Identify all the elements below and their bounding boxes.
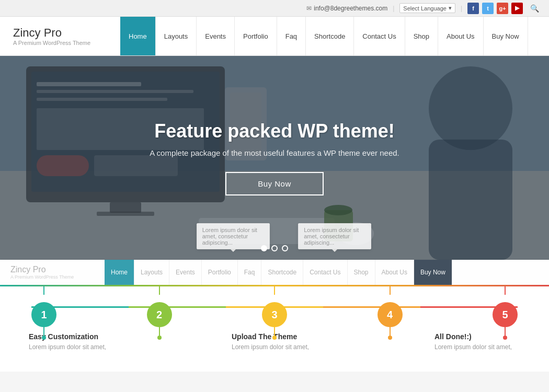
stem-down-4	[390, 327, 391, 336]
twitter-icon[interactable]: t	[482, 3, 494, 14]
node-circle-2: 2	[147, 302, 172, 327]
hero-section: Feature packed WP theme! A complete pack…	[0, 56, 549, 260]
node-circle-5: 5	[493, 302, 518, 327]
timeline-node-2: 2	[147, 286, 172, 340]
logo-area: Zincy Pro A Premium WordPress Theme	[0, 17, 120, 55]
tooltip-portfolio: Lorem ipsum dolor sit amet, consectetur …	[197, 223, 270, 249]
node-dot-2	[157, 336, 162, 340]
timeline-node-4: 4	[378, 286, 403, 340]
sticky-nav-contact[interactable]: Contact Us Lorem ipsum dolor sit amet, c…	[303, 260, 347, 285]
stem-up-2	[159, 286, 160, 295]
nav-item-shop[interactable]: Shop	[405, 17, 438, 55]
slider-dot-3[interactable]	[282, 245, 288, 251]
nav-item-about[interactable]: About Us	[438, 17, 483, 55]
stem-down-1	[43, 327, 44, 336]
timeline-section: 1 2 3 4	[0, 286, 549, 372]
hero-subtitle: A complete package of the most useful fe…	[150, 148, 399, 157]
sticky-logo-subtitle: A Premium WordPress Theme	[10, 274, 94, 280]
search-icon[interactable]: 🔍	[528, 4, 541, 13]
sticky-nav-home[interactable]: Home	[105, 260, 134, 285]
sticky-nav-area: Zincy Pro A Premium WordPress Theme Home…	[0, 260, 549, 285]
sticky-nav-portfolio[interactable]: Portfolio Lorem ipsum dolor sit amet, co…	[202, 260, 238, 285]
sticky-nav-shop[interactable]: Shop	[348, 260, 375, 285]
stem-up-3	[274, 286, 275, 295]
sticky-nav-buynow[interactable]: Buy Now	[414, 260, 452, 285]
lang-label: Select Language	[403, 5, 447, 11]
node-circle-3: 3	[262, 302, 287, 327]
email-text: info@8degreethemes.com	[314, 5, 387, 12]
sticky-nav-layouts[interactable]: Layouts	[134, 260, 169, 285]
feature-5-text: Lorem ipsum dolor sit amet,	[434, 343, 520, 351]
stem-down-5	[505, 327, 506, 336]
nav-item-events[interactable]: Events	[197, 17, 235, 55]
stem-up-1	[43, 286, 44, 295]
sticky-nav: Zincy Pro A Premium WordPress Theme Home…	[0, 260, 549, 285]
sticky-logo: Zincy Pro A Premium WordPress Theme	[0, 265, 105, 280]
node-dot-4	[388, 336, 392, 340]
separator: |	[393, 5, 394, 12]
slider-dot-2[interactable]	[271, 245, 278, 251]
stem-up-4	[390, 286, 391, 295]
main-nav: Home Layouts Events Portfolio Faq Shortc…	[120, 17, 528, 55]
node-dot-1	[42, 336, 46, 340]
sticky-nav-shortcode[interactable]: Shortcode	[261, 260, 303, 285]
node-circle-1: 1	[31, 302, 56, 327]
email-link[interactable]: info@8degreethemes.com	[306, 5, 387, 12]
chevron-down-icon: ▾	[449, 5, 452, 11]
node-dot-5	[503, 336, 507, 340]
nav-item-faq[interactable]: Faq	[277, 17, 306, 55]
node-circle-4: 4	[378, 302, 403, 327]
timeline-nodes: 1 2 3 4	[31, 286, 518, 340]
hero-buy-now-button[interactable]: Buy Now	[225, 172, 324, 195]
feature-1-text: Lorem ipsum dolor sit amet,	[29, 343, 115, 351]
hero-slider-dots	[261, 245, 288, 251]
feature-3-text: Lorem ipsum dolor sit amet,	[232, 343, 317, 351]
youtube-icon[interactable]: ▶	[511, 3, 523, 14]
hero-content: Feature packed WP theme! A complete pack…	[150, 120, 399, 195]
timeline-node-1: 1	[31, 286, 56, 340]
timeline-node-5: 5	[493, 286, 518, 340]
stem-down-2	[159, 327, 160, 336]
social-icons: f t g+ ▶	[467, 3, 523, 14]
sticky-nav-faq[interactable]: Faq	[238, 260, 262, 285]
top-bar: info@8degreethemes.com | Select Language…	[0, 0, 549, 17]
sticky-nav-events[interactable]: Events	[169, 260, 202, 285]
header: Zincy Pro A Premium WordPress Theme Home…	[0, 17, 549, 56]
sticky-nav-about[interactable]: About Us	[375, 260, 414, 285]
nav-item-buynow[interactable]: Buy Now	[484, 17, 528, 55]
stem-up-5	[505, 286, 506, 295]
separator2: |	[461, 5, 462, 12]
logo-subtitle: A Premium WordPress Theme	[13, 40, 107, 46]
node-dot-3	[272, 336, 277, 340]
timeline-line-container: 1 2 3 4	[31, 286, 518, 328]
language-select[interactable]: Select Language ▾	[399, 3, 455, 13]
google-icon[interactable]: g+	[497, 3, 508, 14]
stem-down-3	[274, 327, 275, 336]
facebook-icon[interactable]: f	[467, 3, 479, 14]
timeline-node-3: 3	[262, 286, 287, 340]
slider-dot-1[interactable]	[261, 245, 267, 251]
hero-title: Feature packed WP theme!	[150, 120, 399, 142]
nav-item-layouts[interactable]: Layouts	[156, 17, 197, 55]
nav-item-shortcode[interactable]: Shortcode	[306, 17, 354, 55]
nav-item-contact[interactable]: Contact Us	[354, 17, 405, 55]
logo-title: Zincy Pro	[13, 26, 107, 40]
nav-item-portfolio[interactable]: Portfolio	[235, 17, 277, 55]
nav-item-home[interactable]: Home	[120, 17, 156, 55]
sticky-nav-items: Home Layouts Events Portfolio Lorem ipsu…	[105, 260, 452, 285]
sticky-logo-title: Zincy Pro	[10, 265, 94, 274]
tooltip-contact: Lorem ipsum dolor sit amet, consectetur …	[298, 223, 371, 249]
